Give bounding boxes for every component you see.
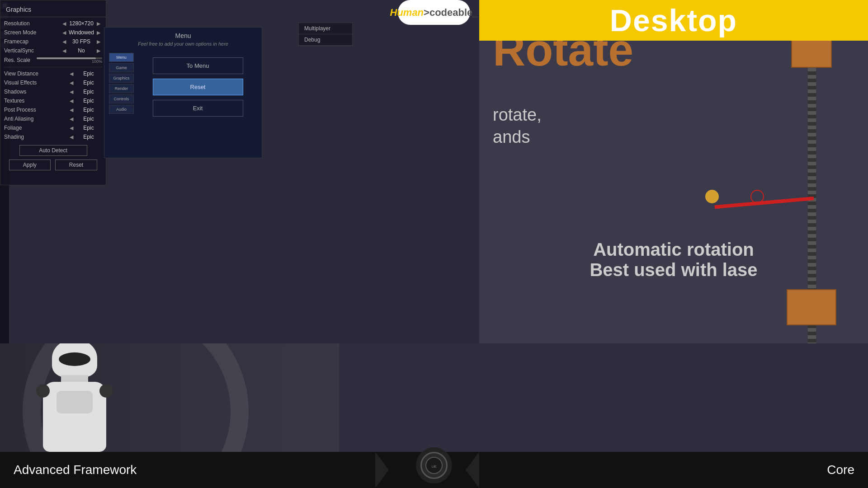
antialiasing-arrow-left[interactable]: ◀ [68, 116, 75, 122]
settings-divider [4, 67, 102, 67]
viewdistance-label: View Distance [4, 70, 68, 77]
tab-controls[interactable]: Controls [109, 94, 134, 103]
tab-audio[interactable]: Audio [109, 105, 134, 114]
bottom-bar-left-text: Advanced Framework [14, 463, 137, 477]
vsync-value: No [68, 47, 95, 54]
arm-target-circle [750, 190, 764, 203]
rotate-sub-area: rotate, ands [493, 104, 542, 149]
resscale-row: Res. Scale 100% [0, 55, 106, 65]
game-menu-title: Menu [109, 32, 257, 39]
unreal-logo-inner: UE [420, 452, 448, 479]
textures-value: Epic [75, 98, 102, 104]
visualeffects-arrow-left[interactable]: ◀ [68, 80, 75, 86]
exit-button[interactable]: Exit [153, 100, 243, 117]
bottom-bar: Advanced Framework UE Core [0, 452, 868, 488]
foliage-label: Foliage [4, 125, 68, 131]
shading-label: Shading [4, 134, 68, 140]
tab-render[interactable]: Render [109, 84, 134, 93]
postprocess-value: Epic [75, 107, 102, 113]
postprocess-row: Post Process ◀ Epic [0, 105, 106, 114]
viewdistance-value: Epic [75, 70, 102, 77]
screenmode-arrow-left[interactable]: ◀ [61, 30, 68, 36]
postprocess-label: Post Process [4, 107, 68, 113]
right-3d-viewport: Rotate rotate, ands Automatic rotation B… [479, 0, 868, 343]
resolution-label: Resolution [4, 20, 61, 27]
framecap-value: 30 FPS [68, 38, 95, 45]
postprocess-arrow-left[interactable]: ◀ [68, 107, 75, 113]
textures-arrow-left[interactable]: ◀ [68, 98, 75, 104]
resscale-label: Res. Scale [4, 57, 37, 63]
auto-rotation-text1: Automatic rotation [479, 239, 868, 260]
framecap-arrow-right[interactable]: ▶ [95, 39, 102, 45]
shadows-arrow-left[interactable]: ◀ [68, 89, 75, 95]
visualeffects-row: Visual Effects ◀ Epic [0, 78, 106, 87]
textures-label: Textures [4, 98, 68, 104]
rotate-sub-text2: ands [493, 126, 542, 148]
visualeffects-label: Visual Effects [4, 80, 68, 86]
shadows-label: Shadows [4, 89, 68, 95]
reset-game-button[interactable]: Reset [153, 79, 243, 95]
apply-button[interactable]: Apply [9, 160, 51, 170]
to-menu-button[interactable]: To Menu [153, 57, 243, 74]
tab-graphics[interactable]: Graphics [109, 74, 134, 83]
resolution-arrow-right[interactable]: ▶ [95, 21, 102, 27]
desktop-text: Desktop [610, 3, 737, 38]
arm-container [737, 36, 850, 343]
debug-menu-item[interactable]: Debug [299, 34, 352, 46]
foliage-arrow-left[interactable]: ◀ [68, 125, 75, 131]
arm-bottom-block [787, 289, 836, 325]
bottom-bar-left: Advanced Framework [0, 463, 375, 477]
logo-human-text: Human [390, 7, 424, 19]
resolution-arrow-left[interactable]: ◀ [61, 21, 68, 27]
settings-bottom-buttons: Apply Reset [0, 158, 106, 172]
screenmode-arrow-right[interactable]: ▶ [95, 30, 102, 36]
multiplayer-menu: Multiplayer Debug [298, 23, 353, 46]
humancodeable-logo[interactable]: Human >codeable_ [398, 0, 470, 25]
unreal-logo: UE [416, 447, 452, 483]
textures-row: Textures ◀ Epic [0, 96, 106, 105]
auto-rotation-area: Automatic rotation Best used with lase [479, 239, 868, 280]
vsync-arrow-left[interactable]: ◀ [61, 48, 68, 54]
shading-arrow-left[interactable]: ◀ [68, 134, 75, 140]
foliage-value: Epic [75, 125, 102, 131]
resolution-value: 1280×720 [68, 20, 95, 27]
svg-text:UE: UE [431, 465, 436, 469]
antialiasing-value: Epic [75, 116, 102, 122]
game-menu-body: Menu Game Graphics Render Controls Audio… [109, 53, 257, 121]
viewdistance-arrow-left[interactable]: ◀ [68, 71, 75, 77]
tab-game[interactable]: Game [109, 63, 134, 72]
graphics-panel: Graphics Resolution ◀ 1280×720 ▶ Screen … [0, 0, 106, 185]
auto-rotation-text2: Best used with lase [479, 260, 868, 280]
desktop-label-area: Desktop [479, 0, 868, 41]
vsync-row: VerticalSync ◀ No ▶ [0, 46, 106, 55]
framecap-row: Framecap ◀ 30 FPS ▶ [0, 37, 106, 46]
arm-horizontal-bar [714, 197, 814, 209]
shading-row: Shading ◀ Epic [0, 132, 106, 141]
screenmode-row: Screen Mode ◀ Windowed ▶ [0, 28, 106, 37]
multiplayer-menu-item[interactable]: Multiplayer [299, 23, 352, 34]
framecap-arrow-left[interactable]: ◀ [61, 39, 68, 45]
unreal-logo-svg: UE [425, 456, 443, 474]
antialiasing-row: Anti Aliasing ◀ Epic [0, 114, 106, 123]
vsync-label: VerticalSync [4, 47, 61, 54]
top-viewport: Rotate rotate, ands Automatic rotation B… [0, 0, 868, 343]
auto-detect-button[interactable]: Auto Detect [19, 145, 87, 156]
tab-menu[interactable]: Menu [109, 53, 134, 62]
visualeffects-value: Epic [75, 80, 102, 86]
main-container: Rotate rotate, ands Automatic rotation B… [0, 0, 868, 488]
foliage-row: Foliage ◀ Epic [0, 123, 106, 132]
shading-value: Epic [75, 134, 102, 140]
divider-triangle-left [375, 452, 389, 488]
bottom-divider-right-area [466, 452, 493, 488]
rotate-sub-text1: rotate, [493, 104, 542, 126]
reset-button[interactable]: Reset [55, 160, 97, 170]
vsync-arrow-right[interactable]: ▶ [95, 48, 102, 54]
graphics-title: Graphics [0, 4, 106, 17]
game-menu-overlay: Menu Feel free to add your own options i… [104, 27, 262, 158]
arm-ball [705, 190, 719, 203]
resscale-slider[interactable] [37, 57, 102, 59]
bottom-bar-right-text: Core [827, 463, 854, 477]
screenmode-label: Screen Mode [4, 29, 61, 36]
bottom-bar-right: Core [493, 463, 868, 477]
viewdistance-row: View Distance ◀ Epic [0, 69, 106, 78]
